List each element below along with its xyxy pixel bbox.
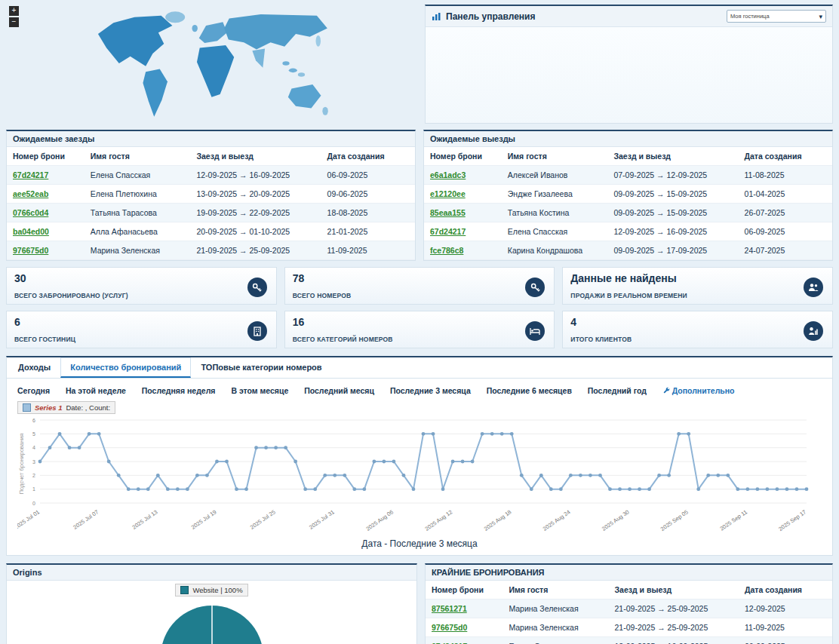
filter-this-week[interactable]: На этой неделе [66, 386, 126, 395]
stat-value: 4 [570, 316, 825, 328]
latest-bookings-body: 87561271 Марина Зеленская 21-09-2025 → 2… [426, 600, 832, 644]
created-date: 12-09-2025 [739, 600, 832, 618]
arrivals-panel: Ожидаемые заезды Номер брони Имя гостя З… [6, 130, 416, 261]
world-map-panel: + − [6, 5, 417, 124]
booking-link[interactable]: 85eaa155 [430, 208, 466, 217]
booking-link[interactable]: fce786c8 [430, 246, 463, 255]
latest-bookings-title: КРАЙНИЕ БРОНИРОВАНИЯ [426, 565, 832, 581]
series-name: Series 1 [35, 403, 62, 412]
filter-last-year[interactable]: Последний год [588, 386, 647, 395]
booking-link[interactable]: 976675d0 [13, 246, 48, 255]
guest-name: Елена Спасская [85, 166, 191, 184]
guest-name: Марина Зеленская [502, 618, 608, 636]
guest-name: Карина Кондрашова [502, 241, 608, 259]
guest-name: Алла Афанасьева [85, 222, 191, 241]
col-created: Дата создания [739, 147, 832, 165]
booking-link[interactable]: e6a1adc3 [430, 170, 466, 179]
stay-dates: 09-09-2025 → 17-09-2025 [607, 241, 738, 259]
tab-bookings-count[interactable]: Количество бронирований [60, 357, 191, 378]
svg-text:6: 6 [32, 418, 35, 423]
booking-link[interactable]: aee52eab [13, 189, 48, 198]
guest-name: Елена Плетюхина [85, 185, 191, 203]
key-icon [525, 278, 545, 297]
table-header-row: Номер брони Имя гостя Заезд и выезд Дата… [426, 581, 832, 600]
table-row: 976675d0 Марина Зеленская 21-09-2025 → 2… [7, 241, 415, 260]
filter-last-3-months[interactable]: Последние 3 месяца [390, 386, 471, 395]
filter-more[interactable]: Дополнительно [662, 386, 735, 395]
svg-text:2025 Sep 11: 2025 Sep 11 [718, 508, 748, 532]
pie-legend-label: Website | 100% [192, 586, 242, 594]
svg-text:2025 Aug 18: 2025 Aug 18 [483, 508, 513, 532]
filter-last-week[interactable]: Последняя неделя [142, 386, 216, 395]
svg-text:2025 Jul 31: 2025 Jul 31 [308, 508, 336, 531]
legend-hint: Date: , Count: [66, 403, 110, 412]
arrivals-title: Ожидаемые заезды [7, 131, 415, 147]
booking-link[interactable]: 67d24217 [13, 170, 48, 179]
hotel-icon [247, 321, 267, 341]
zoom-in-button[interactable]: + [9, 6, 19, 16]
col-dates: Заезд и выезд [190, 147, 321, 165]
stat-card-booked-services: 30 ВСЕГО ЗАБРОНИРОВАНО (УСЛУГ) [6, 267, 277, 305]
hotel-select[interactable]: Моя гостиница ▾ [727, 10, 826, 23]
table-row: 67d24217 Елена Спасская 12-09-2025 → 16-… [424, 222, 832, 241]
created-date: 18-08-2025 [321, 204, 415, 222]
guest-name: Алексей Иванов [502, 166, 608, 184]
booking-link[interactable]: 67d24217 [430, 227, 466, 236]
chart-x-axis-title: Дата - Последние 3 месяца [17, 538, 822, 549]
filter-today[interactable]: Сегодня [17, 386, 50, 395]
bookings-line-chart[interactable]: 01234562025 Jul 012025 Jul 072025 Jul 13… [17, 416, 822, 537]
wrench-icon [662, 387, 670, 394]
stay-dates: 21-09-2025 → 25-09-2025 [190, 241, 321, 259]
pie-legend: Website | 100% [175, 584, 247, 596]
svg-text:5: 5 [32, 431, 35, 437]
booking-link[interactable]: e12120ee [430, 189, 466, 198]
filter-last-6-months[interactable]: Последние 6 месяцев [487, 386, 572, 395]
svg-text:4: 4 [32, 445, 35, 450]
tab-revenue[interactable]: Доходы [8, 357, 60, 378]
bottom-row: Origins Website | 100% КРАЙНИЕ БРОНИРОВА… [6, 563, 833, 644]
booking-link[interactable]: 0766c0d4 [13, 208, 48, 217]
person-chart-icon [804, 321, 823, 341]
stay-dates: 21-09-2025 → 25-09-2025 [609, 600, 739, 618]
bed-icon [525, 321, 545, 341]
dashboard-header-body [426, 27, 832, 123]
svg-text:2025 Jul 01: 2025 Jul 01 [17, 508, 41, 531]
svg-text:2025 Aug 12: 2025 Aug 12 [424, 508, 454, 532]
tab-top-room-categories[interactable]: ТОПовые категории номеров [191, 357, 331, 378]
booking-link[interactable]: 87561271 [432, 604, 467, 613]
created-date: 11-08-2025 [739, 166, 832, 184]
stay-dates: 12-09-2025 → 16-09-2025 [609, 637, 739, 644]
svg-text:2025 Jul 19: 2025 Jul 19 [190, 508, 218, 531]
stat-label: ИТОГО КЛИЕНТОВ [570, 336, 632, 343]
booking-link[interactable]: 976675d0 [432, 623, 467, 632]
zoom-out-button[interactable]: − [9, 17, 19, 27]
table-row: ba04ed00 Алла Афанасьева 20-09-2025 → 01… [7, 222, 415, 241]
stay-dates: 07-09-2025 → 12-09-2025 [607, 166, 738, 184]
table-row: 0766c0d4 Татьяна Тарасова 19-09-2025 → 2… [7, 204, 415, 222]
svg-text:2025 Sep 17: 2025 Sep 17 [777, 508, 807, 532]
website-swatch-icon [180, 586, 189, 594]
svg-text:1: 1 [32, 486, 35, 492]
table-row: 87561271 Марина Зеленская 21-09-2025 → 2… [426, 600, 832, 618]
departures-title: Ожидаемые выезды [424, 131, 832, 147]
filter-last-month[interactable]: Последний месяц [304, 386, 374, 395]
stat-label: ВСЕГО ГОСТИНИЦ [14, 336, 75, 343]
origins-title: Origins [7, 565, 416, 581]
stay-dates: 09-09-2025 → 15-09-2025 [607, 185, 738, 203]
chevron-down-icon: ▾ [819, 13, 822, 20]
latest-bookings-panel: КРАЙНИЕ БРОНИРОВАНИЯ Номер брони Имя гос… [425, 563, 833, 644]
table-row: fce786c8 Карина Кондрашова 09-09-2025 → … [424, 241, 832, 260]
origins-pie-chart[interactable] [155, 598, 269, 644]
created-date: 06-09-2025 [321, 166, 415, 184]
svg-text:Подсчет бронирования: Подсчет бронирования [18, 434, 25, 495]
svg-text:3: 3 [32, 459, 35, 465]
booking-link[interactable]: ba04ed00 [13, 227, 49, 236]
table-row: e12120ee Эндже Гизалеева 09-09-2025 → 15… [424, 185, 832, 204]
stat-value: 6 [14, 316, 269, 328]
world-map[interactable] [6, 5, 417, 124]
svg-text:2025 Jul 25: 2025 Jul 25 [249, 508, 277, 531]
guest-name: Марина Зеленская [502, 600, 608, 618]
filter-this-month[interactable]: В этом месяце [231, 386, 288, 395]
created-date: 11-09-2025 [739, 618, 832, 636]
stat-label: ВСЕГО КАТЕГОРИЙ НОМЕРОВ [293, 336, 393, 343]
